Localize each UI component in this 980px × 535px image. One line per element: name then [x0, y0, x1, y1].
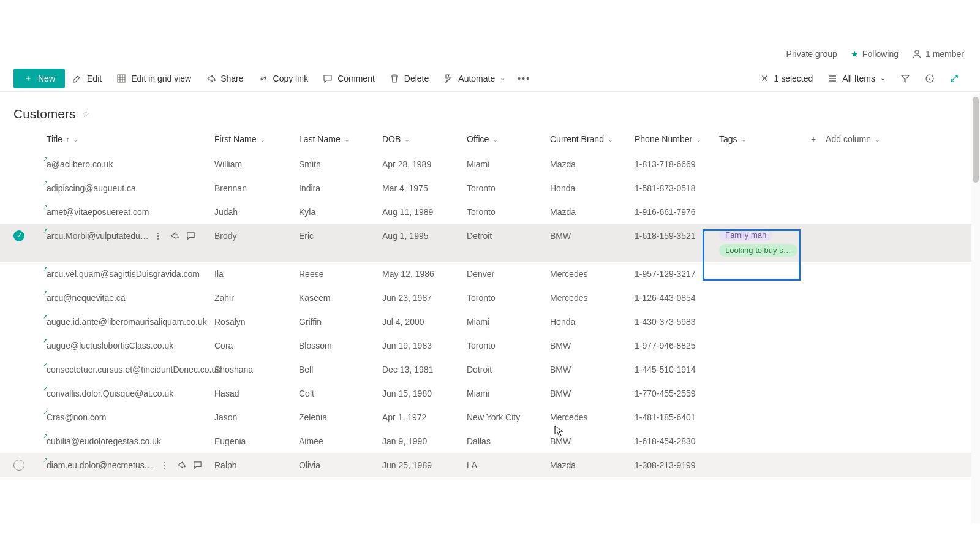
column-tags[interactable]: Tags ⌄ — [719, 134, 811, 144]
cell-first-name: Ila — [214, 262, 299, 286]
row-selected-check-icon[interactable]: ✓ — [13, 230, 24, 241]
table-row[interactable]: ↗convallis.dolor.Quisque@at.co.ukHasadCo… — [0, 381, 980, 405]
cell-title[interactable]: ↗arcu.Morbi@vulputatedu…⋮ — [47, 224, 214, 248]
cell-title[interactable]: ↗arcu@nequevitae.ca — [47, 286, 214, 309]
automate-button[interactable]: Automate ⌄ — [436, 70, 513, 87]
cell-title[interactable]: ↗augue@luctuslobortisClass.co.uk — [47, 333, 214, 357]
list-icon — [827, 74, 837, 83]
cell-title[interactable]: ↗arcu.vel.quam@sagittisDuisgravida.com — [47, 262, 214, 286]
column-office[interactable]: Office ⌄ — [467, 134, 550, 144]
svg-point-0 — [915, 50, 919, 54]
table-row[interactable]: ↗augue.id.ante@liberomaurisaliquam.co.uk… — [0, 309, 980, 333]
following-toggle[interactable]: ★ Following — [851, 49, 899, 59]
row-menu-icon[interactable]: ⋮ — [154, 231, 162, 241]
row-share-icon[interactable] — [176, 460, 186, 470]
cell-phone: 1-445-510-1914 — [635, 357, 719, 381]
new-button[interactable]: ＋ New — [13, 69, 65, 88]
link-icon — [258, 74, 268, 83]
cell-first-name: William — [214, 152, 299, 176]
comment-label: Comment — [337, 74, 375, 83]
cell-office: Toronto — [467, 286, 550, 309]
filter-button[interactable] — [893, 70, 918, 87]
table-row[interactable]: ↗amet@vitaeposuereat.comJudahKylaAug 11,… — [0, 200, 980, 224]
share-icon — [206, 74, 216, 83]
row-share-icon[interactable] — [170, 231, 179, 241]
cell-title[interactable]: ↗augue.id.ante@liberomaurisaliquam.co.uk — [47, 309, 214, 333]
overflow-menu[interactable]: ••• — [513, 74, 535, 83]
delete-button[interactable]: Delete — [382, 70, 436, 87]
table-row[interactable]: ↗Cras@non.comJasonZeleniaApr 1, 1972New … — [0, 405, 980, 429]
cell-title[interactable]: ↗diam.eu.dolor@necmetus.…⋮ — [47, 453, 214, 477]
cell-title-text: augue.id.ante@liberomaurisaliquam.co.uk — [47, 317, 207, 327]
cell-first-name: Ralph — [214, 453, 299, 477]
table-row[interactable]: ↗cubilia@eudoloregestas.co.ukEugeniaAime… — [0, 429, 980, 453]
link-arrow-icon: ↗ — [43, 265, 48, 272]
table-row[interactable]: ✓↗arcu.Morbi@vulputatedu…⋮BrodyEricAug 1… — [0, 224, 980, 262]
cell-brand: Mercedes — [550, 262, 635, 286]
cell-title[interactable]: ↗adipiscing@augueut.ca — [47, 176, 214, 200]
cell-first-name: Zahir — [214, 286, 299, 309]
copy-link-button[interactable]: Copy link — [251, 70, 316, 87]
info-button[interactable] — [918, 70, 942, 87]
view-switcher[interactable]: All Items ⌄ — [820, 70, 893, 87]
link-arrow-icon: ↗ — [43, 289, 48, 296]
cell-title[interactable]: ↗Cras@non.com — [47, 405, 214, 429]
table-row[interactable]: ↗consectetuer.cursus.et@tinciduntDonec.c… — [0, 357, 980, 381]
cell-office: LA — [467, 453, 550, 477]
edit-grid-button[interactable]: Edit in grid view — [109, 70, 198, 87]
row-comment-icon[interactable] — [186, 231, 195, 241]
cell-last-name: Colt — [299, 381, 382, 405]
cell-dob: Jan 9, 1990 — [382, 429, 467, 453]
add-column-button[interactable]: + Add column ⌄ — [811, 134, 884, 144]
cell-title[interactable]: ↗consectetuer.cursus.et@tinciduntDonec.c… — [47, 357, 214, 381]
chevron-down-icon: ⌄ — [404, 135, 410, 143]
members-link[interactable]: 1 member — [912, 49, 964, 59]
add-column-label: Add column — [826, 134, 871, 144]
cell-title-text: convallis.dolor.Quisque@at.co.uk — [47, 389, 173, 398]
favorite-star-icon[interactable]: ☆ — [82, 108, 90, 120]
cell-dob: Aug 1, 1995 — [382, 224, 467, 248]
column-last-name[interactable]: Last Name ⌄ — [299, 134, 382, 144]
table-row[interactable]: ↗adipiscing@augueut.caBrennanIndiraMar 4… — [0, 176, 980, 200]
sort-asc-icon: ↑ — [66, 135, 70, 143]
clear-selection-button[interactable]: ✕ 1 selected — [753, 69, 820, 88]
row-select-circle[interactable] — [13, 460, 24, 471]
cell-title[interactable]: ↗a@aclibero.co.uk — [47, 152, 214, 176]
cell-title[interactable]: ↗amet@vitaeposuereat.com — [47, 200, 214, 224]
cell-dob: Jun 23, 1987 — [382, 286, 467, 309]
cell-title-text: consectetuer.cursus.et@tinciduntDonec.co… — [47, 365, 221, 374]
column-brand[interactable]: Current Brand ⌄ — [550, 134, 635, 144]
cell-phone: 1-957-129-3217 — [635, 262, 719, 286]
cell-tags — [719, 405, 811, 429]
cell-title[interactable]: ↗cubilia@eudoloregestas.co.uk — [47, 429, 214, 453]
delete-label: Delete — [404, 74, 429, 83]
table-row[interactable]: ↗arcu.vel.quam@sagittisDuisgravida.comIl… — [0, 262, 980, 286]
chevron-down-icon: ⌄ — [500, 74, 505, 82]
edit-button[interactable]: Edit — [65, 70, 109, 87]
table-row[interactable]: ↗a@aclibero.co.ukWilliamSmithApr 28, 198… — [0, 152, 980, 176]
comment-button[interactable]: Comment — [315, 70, 382, 87]
table-row[interactable]: ↗arcu@nequevitae.caZahirKaseemJun 23, 19… — [0, 286, 980, 309]
vertical-scrollbar-thumb[interactable] — [973, 97, 979, 183]
expand-button[interactable] — [942, 70, 967, 87]
column-dob[interactable]: DOB ⌄ — [382, 134, 467, 144]
table-row[interactable]: ↗diam.eu.dolor@necmetus.…⋮RalphOliviaJun… — [0, 453, 980, 477]
link-arrow-icon: ↗ — [43, 409, 48, 415]
column-first-name[interactable]: First Name ⌄ — [214, 134, 299, 144]
tag-pill[interactable]: Looking to buy s… — [719, 244, 797, 257]
table-row[interactable]: ↗augue@luctuslobortisClass.co.ukCoraBlos… — [0, 333, 980, 357]
share-button[interactable]: Share — [198, 70, 251, 87]
pencil-icon — [72, 74, 82, 83]
cell-phone: 1-977-946-8825 — [635, 333, 719, 357]
row-comment-icon[interactable] — [193, 460, 202, 470]
chevron-down-icon: ⌄ — [344, 135, 350, 143]
row-menu-icon[interactable]: ⋮ — [160, 460, 169, 470]
tag-pill[interactable]: Family man — [719, 229, 772, 241]
column-title[interactable]: Title ↑ ⌄ — [47, 134, 214, 144]
column-phone[interactable]: Phone Number ⌄ — [635, 134, 719, 144]
cell-last-name: Olivia — [299, 453, 382, 477]
link-arrow-icon: ↗ — [43, 457, 48, 463]
link-arrow-icon: ↗ — [43, 385, 48, 392]
cell-title[interactable]: ↗convallis.dolor.Quisque@at.co.uk — [47, 381, 214, 405]
cell-phone: 1-581-873-0518 — [635, 176, 719, 200]
